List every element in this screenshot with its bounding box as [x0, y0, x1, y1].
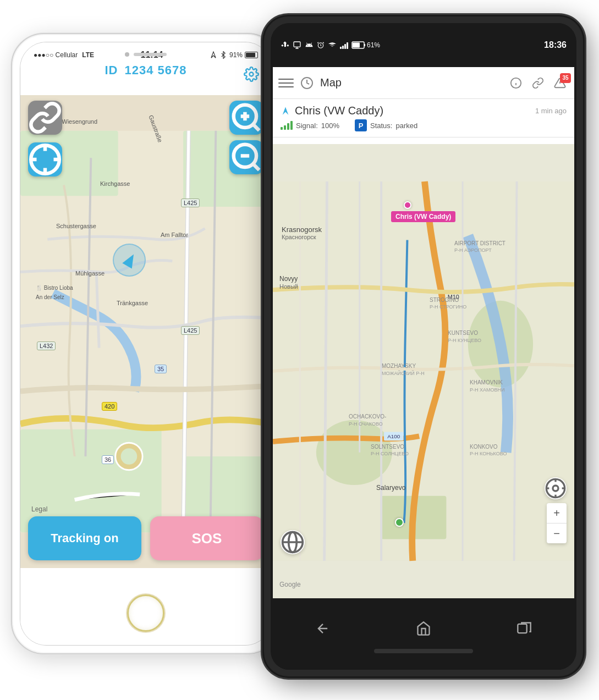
- sos-button[interactable]: SOS: [150, 516, 263, 560]
- road-badge-35: 35: [155, 365, 167, 373]
- status-value: parked: [395, 122, 417, 130]
- zoom-controls: + −: [547, 503, 567, 543]
- svg-point-11: [121, 448, 138, 465]
- iphone-camera: [125, 52, 129, 57]
- map-label-krasnogorsk-en: Krasnogorsk: [282, 225, 322, 234]
- map-label-khamovnik: KHAMOVNIK: [470, 379, 503, 385]
- iphone-notch: [125, 52, 167, 57]
- toolbar-title: Map: [320, 76, 503, 89]
- map-label-kuntsevo-ru: Р-Н КУНЦЕВО: [448, 338, 481, 343]
- map-label-ochakovo: OCHACKOVO-: [349, 414, 386, 420]
- zoom-in-button[interactable]: [229, 101, 263, 135]
- signal-info: Signal: 100%: [281, 121, 339, 130]
- road-badge-l432: L432: [37, 341, 56, 350]
- svg-rect-24: [294, 42, 300, 47]
- android-icon: [305, 41, 314, 49]
- iphone-id-bar: ID 1234 5678: [20, 63, 271, 81]
- svg-line-13: [253, 124, 259, 130]
- battery-icon: [351, 41, 366, 49]
- map-label-airport-en: AIRPORT DISTRICT: [454, 240, 505, 246]
- road-badge-l425-top: L425: [181, 199, 200, 207]
- android-screen: Map: [273, 67, 574, 598]
- settings-icon[interactable]: [244, 67, 259, 84]
- svg-point-46: [553, 486, 558, 491]
- map-label-airport-ru: Р-Н АЭРОПОРТ: [454, 247, 492, 253]
- android-info-panel: Chris (VW Caddy) 1 min ago S: [273, 99, 574, 137]
- status-label: Status:: [370, 122, 392, 130]
- layers-button[interactable]: [281, 530, 305, 554]
- battery-indicator: 61%: [351, 41, 380, 49]
- vehicle-start-marker: [404, 201, 411, 209]
- scene: ●●●○○ Cellular LTE 11:14 91%: [0, 0, 599, 700]
- signal-label: Signal:: [296, 122, 318, 130]
- map-label-salaryevo: Salaryevo: [376, 484, 405, 492]
- android-bottom-speaker: [374, 649, 473, 653]
- map-label-solntsevo: SOLNTSEVO: [371, 444, 404, 450]
- info-icon[interactable]: [507, 74, 525, 92]
- iphone-bottom: [20, 568, 271, 645]
- android-status-bar: 61% 18:36: [273, 23, 574, 67]
- zoom-out-button[interactable]: −: [547, 523, 567, 543]
- crosshair-button[interactable]: [28, 142, 62, 177]
- alert-badge: 35: [560, 73, 571, 83]
- map-label-strogino-en: STROGINO: [430, 297, 459, 303]
- network-text: LTE: [82, 51, 94, 59]
- map-label-mozhaysky: MOZHAYSKY: [382, 363, 416, 369]
- status-icons: 61%: [281, 41, 380, 49]
- location-icon: [210, 51, 217, 59]
- map-label-novyy-ru: Новый: [279, 283, 298, 290]
- carrier-text: ●●●○○ Cellular: [34, 51, 78, 59]
- hamburger-menu[interactable]: [278, 75, 294, 91]
- map-label-solntsevo-ru: Р-Н СОЛНЦЕВО: [371, 451, 409, 456]
- android-time: 18:36: [544, 40, 567, 50]
- map-label-ochakovo-ru: Р-Н ОЧАКОВО: [349, 421, 383, 427]
- parking-icon: P: [355, 119, 367, 131]
- signal-value: 100%: [321, 122, 339, 130]
- nav-arrow-icon: [281, 106, 290, 116]
- map-label-konkovo: KONKOVO: [470, 444, 498, 450]
- legal-label: Legal: [31, 505, 47, 513]
- screenshot-icon: [293, 41, 301, 49]
- svg-marker-0: [211, 52, 216, 58]
- map-label-konkovo-ru: Р-Н КОНЬКОВО: [470, 451, 507, 456]
- ios-map: Im Wiesengrund Gaustraße Kirchgasse Schu…: [20, 95, 271, 568]
- svg-rect-29: [353, 43, 360, 48]
- share-icon[interactable]: [529, 74, 547, 92]
- home-button[interactable]: [410, 615, 437, 642]
- wifi-icon: [328, 41, 337, 49]
- svg-text:A100: A100: [387, 433, 400, 439]
- time-ago: 1 min ago: [535, 107, 567, 115]
- map-label-novyy-en: Novyy: [279, 275, 298, 283]
- tracking-on-button[interactable]: Tracking on: [28, 516, 141, 560]
- battery-text: 61%: [367, 41, 380, 49]
- svg-rect-54: [518, 624, 526, 633]
- battery-text: 91%: [229, 51, 243, 59]
- iphone-home-button[interactable]: [127, 594, 164, 632]
- android-device: 61% 18:36 Ma: [264, 16, 583, 676]
- map-label-krasnogorsk-ru: Красногорск: [282, 234, 316, 240]
- back-button[interactable]: [309, 615, 337, 642]
- clock-icon: [298, 74, 316, 92]
- zoom-out-button[interactable]: [229, 140, 263, 174]
- iphone-topbar: ●●●○○ Cellular LTE 11:14 91%: [20, 42, 271, 95]
- android-navbar: [273, 598, 574, 670]
- bluetooth-icon: [219, 51, 227, 59]
- map-label-strogino-ru: Р-Н СТРОГИНО: [430, 304, 466, 310]
- locate-button[interactable]: [545, 477, 567, 499]
- iphone-status-bar: ●●●○○ Cellular LTE 11:14 91%: [20, 42, 271, 60]
- iphone-map-screen: Im Wiesengrund Gaustraße Kirchgasse Schu…: [20, 95, 271, 568]
- id-number: 1234 5678: [125, 63, 187, 78]
- map-label-mozhaysky-ru: МОЖАЙСКИЙ Р-Н: [382, 371, 425, 376]
- road-badge-420: 420: [102, 402, 117, 411]
- route-button[interactable]: [28, 101, 62, 135]
- svg-line-22: [253, 164, 259, 170]
- vehicle-name: Chris (VW Caddy): [295, 104, 383, 117]
- vehicle-end-marker: [395, 518, 404, 527]
- zoom-in-button[interactable]: +: [547, 503, 567, 523]
- recents-button[interactable]: [510, 615, 538, 642]
- usb-icon: [281, 41, 289, 49]
- svg-point-1: [250, 73, 254, 76]
- alert-icon[interactable]: 35: [551, 74, 569, 92]
- road-badge-36: 36: [102, 455, 114, 464]
- android-map: M10 A100: [273, 144, 574, 598]
